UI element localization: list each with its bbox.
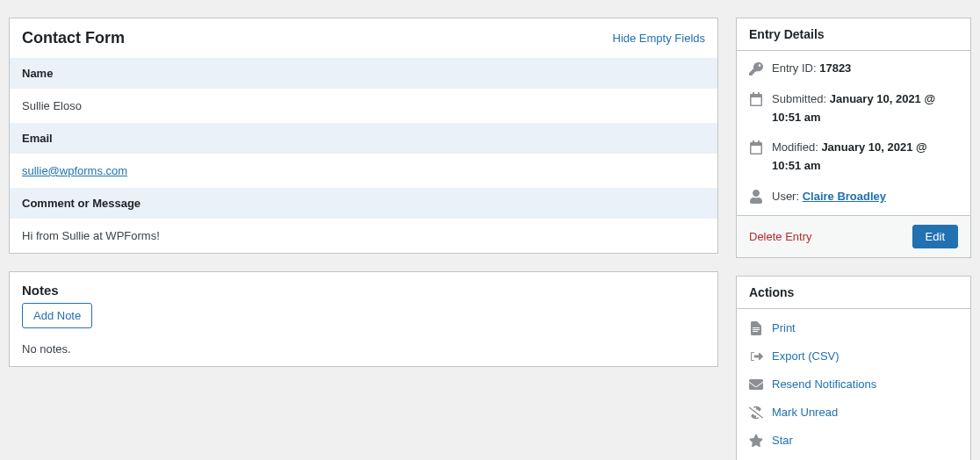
field-comment-label: Comment or Message — [10, 188, 717, 219]
delete-entry-link[interactable]: Delete Entry — [749, 230, 812, 243]
action-star[interactable]: Star — [737, 427, 970, 455]
edit-button[interactable]: Edit — [912, 225, 958, 248]
action-star-label: Star — [772, 434, 793, 447]
action-mark-unread[interactable]: Mark Unread — [737, 399, 970, 427]
action-print-label: Print — [772, 321, 796, 334]
envelope-icon — [749, 377, 763, 392]
action-resend-label: Resend Notifications — [772, 377, 876, 391]
print-icon — [749, 321, 763, 335]
field-email-value: sullie@wpforms.com — [10, 154, 717, 188]
meta-submitted: Submitted: January 10, 2021 @ 10:51 am — [737, 87, 970, 136]
notes-empty-text: No notes. — [22, 342, 705, 356]
user-link[interactable]: Claire Broadley — [803, 190, 886, 203]
calendar-icon — [749, 92, 763, 106]
entry-details-panel: Entry Details Entry ID: 17823 Submitted:… — [736, 18, 971, 258]
entry-details-title: Entry Details — [749, 27, 958, 41]
email-link[interactable]: sullie@wpforms.com — [22, 164, 127, 177]
calendar-icon — [749, 140, 763, 155]
user-icon — [749, 190, 763, 204]
field-comment-value: Hi from Sullie at WPForms! — [10, 219, 717, 253]
field-email-label: Email — [10, 123, 717, 154]
meta-entry-id: Entry ID: 17823 — [737, 51, 970, 87]
actions-panel: Actions Print Export (CSV) Resend Notifi… — [736, 276, 971, 460]
export-icon — [749, 349, 763, 363]
field-name-value: Sullie Eloso — [10, 89, 717, 123]
action-print[interactable]: Print — [737, 314, 970, 342]
hide-empty-fields-link[interactable]: Hide Empty Fields — [613, 32, 705, 45]
action-export[interactable]: Export (CSV) — [737, 342, 970, 370]
action-resend[interactable]: Resend Notifications — [737, 370, 970, 399]
meta-user: User: Claire Broadley — [737, 184, 970, 215]
star-icon — [749, 434, 763, 448]
contact-form-title: Contact Form — [22, 29, 125, 47]
action-export-label: Export (CSV) — [772, 349, 839, 363]
meta-modified: Modified: January 10, 2021 @ 10:51 am — [737, 135, 970, 184]
notes-title: Notes — [22, 283, 59, 298]
notes-panel: Notes Add Note No notes. — [9, 271, 718, 367]
action-mark-unread-label: Mark Unread — [772, 406, 838, 419]
field-name-label: Name — [10, 58, 717, 89]
contact-form-panel: Contact Form Hide Empty Fields Name Sull… — [9, 18, 718, 254]
eye-slash-icon — [749, 406, 763, 420]
actions-title: Actions — [749, 285, 958, 299]
key-icon — [749, 61, 763, 75]
add-note-button[interactable]: Add Note — [22, 303, 92, 328]
